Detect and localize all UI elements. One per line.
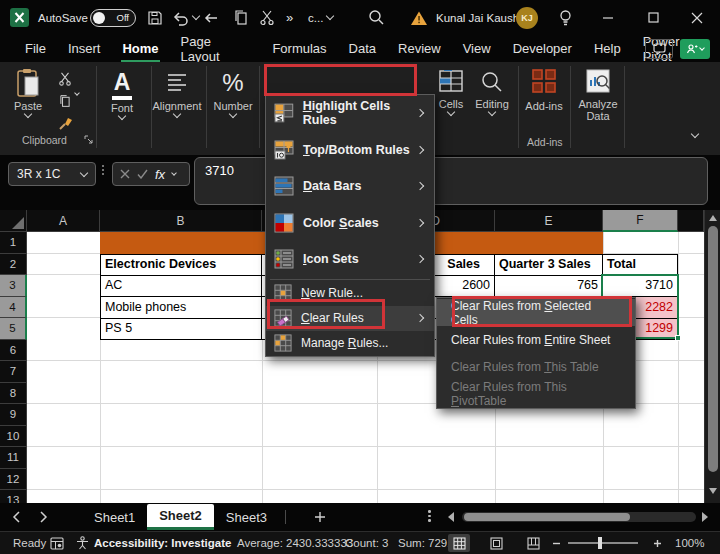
macro-record-button[interactable] bbox=[50, 532, 64, 554]
zoom-thumb[interactable] bbox=[598, 537, 602, 549]
tab-help[interactable]: Help bbox=[583, 37, 632, 60]
cell-b4[interactable]: Mobile phones bbox=[100, 297, 262, 319]
cell-b5[interactable]: PS 5 bbox=[100, 319, 262, 341]
row-header-13[interactable]: 13 bbox=[0, 490, 27, 503]
tab-file[interactable]: File bbox=[14, 37, 57, 60]
save-button[interactable] bbox=[147, 0, 163, 35]
user-name[interactable]: Kunal Jai Kaushik bbox=[436, 0, 527, 35]
zoom-out-button[interactable] bbox=[552, 532, 561, 554]
row-header-2[interactable]: 2 bbox=[0, 254, 27, 276]
select-all-button[interactable] bbox=[0, 210, 27, 232]
zoom-level[interactable]: 100% bbox=[675, 532, 704, 554]
column-header-partial[interactable] bbox=[678, 210, 704, 232]
row-header-9[interactable]: 9 bbox=[0, 404, 27, 426]
submenu-item-clear-entire-sheet[interactable]: Clear Rules from Entire Sheet bbox=[437, 326, 635, 353]
tab-more-icon[interactable] bbox=[428, 510, 431, 522]
number-group-button[interactable]: % Number bbox=[210, 70, 256, 117]
row-header-4[interactable]: 4 bbox=[0, 297, 27, 319]
view-page-break-button[interactable] bbox=[522, 534, 544, 552]
analyze-data-button[interactable]: Analyze Data bbox=[574, 68, 622, 122]
warning-indicator[interactable] bbox=[410, 0, 428, 35]
font-group-button[interactable]: A Font bbox=[102, 70, 142, 119]
row-header-6[interactable]: 6 bbox=[0, 340, 27, 362]
column-header-f[interactable]: F bbox=[603, 210, 678, 232]
hscroll-left-icon[interactable] bbox=[448, 512, 454, 522]
row-header-8[interactable]: 8 bbox=[0, 383, 27, 405]
scroll-down-icon[interactable] bbox=[709, 488, 717, 494]
row-header-7[interactable]: 7 bbox=[0, 361, 27, 383]
menu-item-highlight-cells-rules[interactable]: Highlight Cells Rules bbox=[266, 95, 434, 132]
submenu-item-clear-selected-cells[interactable]: Clear Rules from Selected Cells bbox=[437, 299, 635, 326]
row-header-12[interactable]: 12 bbox=[0, 469, 27, 491]
sheet-tab-sheet3[interactable]: Sheet3 bbox=[214, 504, 279, 530]
horizontal-scrollbar[interactable] bbox=[462, 512, 696, 522]
comments-button[interactable] bbox=[645, 39, 673, 59]
row-header-11[interactable]: 11 bbox=[0, 447, 27, 469]
tab-view[interactable]: View bbox=[452, 37, 502, 60]
accessibility-status[interactable]: Accessibility: Investigate bbox=[76, 532, 231, 554]
fill-handle[interactable] bbox=[675, 335, 681, 341]
row-header-3[interactable]: 3 bbox=[0, 275, 27, 297]
minimize-button[interactable] bbox=[602, 0, 614, 35]
cut-ribbon-button[interactable] bbox=[58, 72, 72, 86]
qat-overflow-button[interactable]: » bbox=[286, 0, 293, 35]
view-normal-button[interactable] bbox=[448, 534, 470, 552]
autosave-toggle[interactable]: Off bbox=[90, 0, 136, 35]
menu-item-top-bottom-rules[interactable]: Top/Bottom Rules bbox=[266, 132, 434, 169]
collapse-ribbon-icon[interactable] bbox=[691, 130, 699, 138]
sheet-nav-left-icon[interactable] bbox=[12, 511, 21, 523]
menu-item-clear-rules[interactable]: Clear Rules bbox=[266, 306, 434, 331]
cell-b3[interactable]: AC bbox=[100, 276, 262, 298]
row-header-10[interactable]: 10 bbox=[0, 426, 27, 448]
enter-check-icon[interactable] bbox=[137, 169, 148, 179]
cell-e3[interactable]: 765 bbox=[495, 276, 603, 298]
menu-item-new-rule[interactable]: New Rule... bbox=[266, 281, 434, 306]
alignment-group-button[interactable]: Alignment bbox=[152, 72, 202, 117]
horizontal-scroll-thumb[interactable] bbox=[464, 513, 630, 521]
view-page-layout-button[interactable] bbox=[485, 534, 507, 552]
cancel-icon[interactable] bbox=[120, 169, 130, 179]
share-button[interactable] bbox=[680, 39, 710, 59]
scroll-up-icon[interactable] bbox=[709, 215, 717, 221]
clipboard-dialog-launcher[interactable] bbox=[84, 135, 93, 144]
tab-data[interactable]: Data bbox=[338, 37, 387, 60]
menu-item-data-bars[interactable]: Data Bars bbox=[266, 168, 434, 205]
avatar[interactable]: KJ bbox=[516, 0, 538, 35]
column-header-b[interactable]: B bbox=[100, 210, 262, 232]
search-button[interactable] bbox=[368, 0, 385, 35]
vertical-scrollbar[interactable] bbox=[704, 210, 720, 503]
menu-item-manage-rules[interactable]: Manage Rules... bbox=[266, 331, 434, 356]
sheet-tab-sheet2[interactable]: Sheet2 bbox=[147, 504, 214, 530]
paste-button[interactable]: Paste bbox=[14, 68, 42, 117]
tab-home[interactable]: Home bbox=[111, 37, 169, 60]
cell-b2[interactable]: Electronic Devices bbox=[100, 255, 262, 277]
copy-ribbon-button[interactable] bbox=[58, 94, 79, 108]
tab-developer[interactable]: Developer bbox=[502, 37, 583, 60]
name-box[interactable]: 3R x 1C bbox=[8, 162, 96, 186]
tab-insert[interactable]: Insert bbox=[57, 37, 112, 60]
editing-group-button[interactable]: Editing bbox=[470, 70, 514, 115]
hscroll-right-icon[interactable] bbox=[702, 512, 708, 522]
document-dropdown[interactable]: c... bbox=[308, 0, 333, 35]
menu-item-icon-sets[interactable]: Icon Sets bbox=[266, 241, 434, 278]
column-header-a[interactable]: A bbox=[27, 210, 100, 232]
tab-formulas[interactable]: Formulas bbox=[261, 37, 337, 60]
sheet-tab-sheet1[interactable]: Sheet1 bbox=[82, 504, 147, 530]
row-header-5[interactable]: 5 bbox=[0, 318, 27, 340]
sheet-nav-right-icon[interactable] bbox=[39, 511, 48, 523]
insert-function-icon[interactable]: fx bbox=[155, 167, 165, 182]
add-ins-button[interactable]: Add-ins bbox=[522, 68, 566, 112]
new-sheet-button[interactable] bbox=[314, 511, 326, 523]
row-header-1[interactable]: 1 bbox=[0, 232, 27, 254]
tell-me-button[interactable] bbox=[558, 0, 573, 35]
column-header-e[interactable]: E bbox=[495, 210, 603, 232]
format-painter-button[interactable] bbox=[58, 116, 73, 131]
tab-review[interactable]: Review bbox=[387, 37, 452, 60]
zoom-slider[interactable] bbox=[568, 532, 638, 554]
menu-item-color-scales[interactable]: Color Scales bbox=[266, 205, 434, 242]
cells-group-button[interactable]: Cells bbox=[432, 70, 470, 115]
cell-e2[interactable]: Quarter 3 Sales bbox=[495, 255, 603, 277]
formula-bar-handle[interactable] bbox=[102, 165, 104, 175]
vertical-scroll-thumb[interactable] bbox=[708, 226, 718, 472]
zoom-in-button[interactable] bbox=[653, 532, 662, 554]
